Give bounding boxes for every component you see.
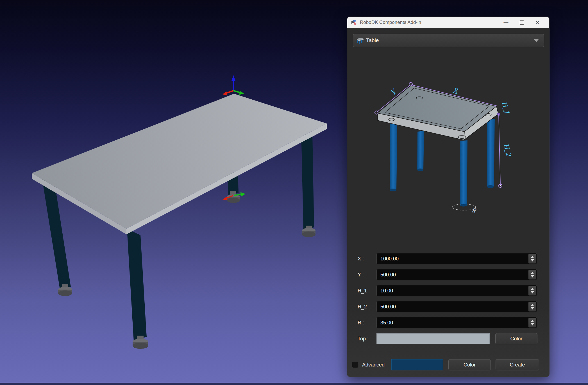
create-button-label: Create xyxy=(510,362,525,368)
field-row-h1: H_1 : xyxy=(347,285,549,296)
dialog-title: RoboDK Components Add-in xyxy=(360,20,498,25)
close-icon: ✕ xyxy=(535,20,539,26)
h2-spinbox xyxy=(376,301,537,312)
component-dropdown[interactable]: Table xyxy=(353,34,544,47)
h1-field-label: H_1 : xyxy=(347,288,376,294)
table-top xyxy=(32,94,327,234)
preview-r-label: R xyxy=(471,206,477,214)
advanced-checkbox-label: Advanced xyxy=(362,362,385,368)
h1-spinbox xyxy=(376,285,537,296)
y-input[interactable] xyxy=(376,269,537,280)
r-input[interactable] xyxy=(376,317,537,328)
y-spinbox xyxy=(376,269,537,280)
spin-down-icon[interactable] xyxy=(531,275,534,278)
x-input[interactable] xyxy=(376,253,537,264)
x-field-label: X : xyxy=(347,256,376,262)
leg-color-button[interactable]: Color xyxy=(448,359,491,370)
spin-up-icon[interactable] xyxy=(531,272,534,274)
spin-up-icon[interactable] xyxy=(531,288,534,290)
y-field-label: Y : xyxy=(347,272,376,278)
frame-axes-table xyxy=(223,75,244,95)
h2-field-label: H_2 : xyxy=(347,304,376,310)
table-icon xyxy=(356,36,364,45)
create-button[interactable]: Create xyxy=(496,359,539,370)
spin-down-icon[interactable] xyxy=(531,291,534,294)
spin-up-icon[interactable] xyxy=(531,320,534,322)
advanced-checkbox[interactable] xyxy=(352,362,358,368)
dialog-titlebar[interactable]: RoboDK Components Add-in — ✕ xyxy=(347,17,549,28)
close-button[interactable]: ✕ xyxy=(530,17,545,28)
r-spinner-buttons[interactable] xyxy=(528,318,536,327)
spin-up-icon[interactable] xyxy=(531,304,534,306)
dropdown-selected-value: Table xyxy=(366,37,534,43)
component-preview-image: Y X H_1 H_2 R xyxy=(351,63,545,249)
top-color-button[interactable]: Color xyxy=(495,333,537,344)
top-field-label: Top : xyxy=(347,336,376,342)
leg-color-swatch xyxy=(391,359,443,370)
preview-x-label: X xyxy=(452,86,460,96)
x-spinbox xyxy=(376,253,537,264)
h1-spinner-buttons[interactable] xyxy=(528,286,536,295)
preview-h1-label: H_1 xyxy=(500,101,512,115)
dialog-footer: Advanced Color Create xyxy=(347,359,549,370)
top-color-button-label: Color xyxy=(510,336,522,342)
table-leg-right xyxy=(301,131,314,230)
x-spinner-buttons[interactable] xyxy=(528,254,536,263)
top-color-swatch xyxy=(376,333,490,344)
field-row-y: Y : xyxy=(347,269,549,280)
parameter-form: X : Y : H_1 : xyxy=(347,253,549,349)
field-row-r: R : xyxy=(347,317,549,328)
robodk-components-dialog: RoboDK Components Add-in — ✕ Table xyxy=(347,17,550,377)
field-row-x: X : xyxy=(347,253,549,264)
h2-input[interactable] xyxy=(376,301,537,312)
leg-color-button-label: Color xyxy=(464,362,476,368)
field-row-top-color: Top : Color xyxy=(347,333,549,344)
r-spinbox xyxy=(376,317,537,328)
y-spinner-buttons[interactable] xyxy=(528,270,536,279)
robodk-logo-icon xyxy=(351,19,357,26)
spin-up-icon[interactable] xyxy=(531,256,534,258)
field-row-h2: H_2 : xyxy=(347,301,549,312)
table-leg-front xyxy=(127,229,147,341)
h1-input[interactable] xyxy=(376,285,537,296)
maximize-button[interactable] xyxy=(514,17,530,28)
window-controls: — ✕ xyxy=(498,17,545,28)
r-field-label: R : xyxy=(347,320,376,326)
spin-down-icon[interactable] xyxy=(531,323,534,326)
maximize-icon xyxy=(520,20,524,25)
chevron-down-icon xyxy=(534,39,539,42)
viewport-bottom-strip xyxy=(0,383,588,385)
minimize-icon: — xyxy=(504,20,508,25)
minimize-button[interactable]: — xyxy=(498,17,514,28)
spin-down-icon[interactable] xyxy=(531,259,534,262)
spin-down-icon[interactable] xyxy=(531,307,534,310)
h2-spinner-buttons[interactable] xyxy=(528,302,536,311)
preview-h2-label: H_2 xyxy=(502,143,513,157)
